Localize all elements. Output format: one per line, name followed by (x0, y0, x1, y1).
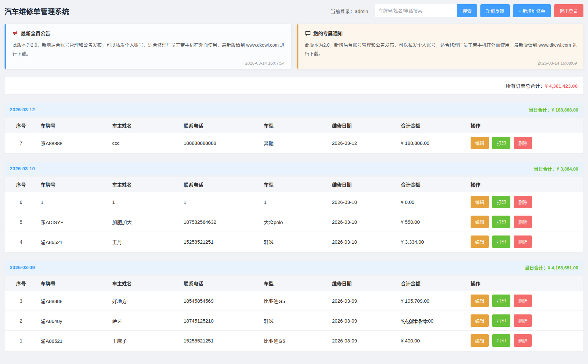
col-header-model: 车型 (261, 118, 329, 133)
cell-seq: 4 (5, 232, 38, 252)
edit-button[interactable]: 编辑 (471, 137, 489, 149)
delete-button[interactable]: 删除 (514, 137, 532, 149)
table-header-row: 序号 车牌号 车主姓名 联系电话 车型 维修日期 合计金额 操作 (5, 118, 583, 133)
cell-model: 轩逸 (261, 232, 329, 252)
print-button[interactable]: 打印 (492, 137, 510, 149)
day-date: 2026-03-12 (10, 107, 35, 112)
col-header-owner: 车主姓名 (109, 276, 180, 291)
col-header-plate: 车牌号 (38, 118, 109, 133)
day-section-2026-03-10: 2026-03-10 当日合计：¥ 3,884.00 序号 车牌号 车主姓名 联… (5, 162, 583, 252)
daily-total: 当日合计：¥ 188,888.00 (529, 106, 578, 113)
table-row: 6 1 1 1 1 2026-03-10 ¥ 0.00 编辑 打印 删除 (5, 192, 583, 212)
col-header-seq: 序号 (5, 276, 38, 291)
print-button[interactable]: 打印 (492, 314, 510, 327)
col-header-actions: 操作 (467, 276, 583, 291)
col-header-actions: 操作 (467, 177, 583, 192)
cell-owner: 加肥加大 (109, 212, 180, 232)
cell-plate: 1 (38, 192, 109, 212)
cell-date: 2026-03-09 (329, 331, 398, 351)
cell-phone: 188888888888 (180, 133, 261, 153)
logout-button[interactable]: 退出登录 (554, 4, 583, 17)
delete-button[interactable]: 删除 (514, 216, 532, 228)
day-header: 2026-03-10 当日合计：¥ 3,884.00 (5, 162, 583, 175)
grand-total-amount: ¥ 4,361,423.00 (545, 83, 578, 89)
add-repair-order-button[interactable]: + 新增维修单 (513, 4, 551, 17)
cell-plate: 东ADISYF (38, 212, 109, 232)
print-button[interactable]: 打印 (492, 216, 510, 228)
cell-model: 比亚迪G5 (261, 331, 329, 351)
search-input[interactable] (375, 4, 457, 17)
cell-date: 2026-03-10 (329, 232, 398, 252)
day-date: 2026-03-09 (10, 265, 35, 270)
delete-button[interactable]: 删除 (514, 235, 532, 248)
edit-button[interactable]: 编辑 (471, 216, 489, 228)
personal-notice-timestamp: 2026-03-14 16:08:09 (305, 61, 577, 66)
megaphone-icon (12, 30, 18, 36)
cell-actions: 编辑 打印 删除 (467, 291, 583, 311)
cell-owner: ccc (109, 133, 180, 153)
col-header-owner: 车主姓名 (109, 118, 180, 133)
delete-button[interactable]: 删除 (514, 334, 532, 347)
delete-button[interactable]: 删除 (514, 314, 532, 327)
cell-amount: ¥ 188,888.00 (398, 133, 467, 153)
amount-value: ¥ 4,062,542.00MOZ工作室 (401, 318, 433, 324)
global-announcement-body: 此版本为2.0，新增后台账号管理和公告发布，可以私发个人账号，适合修理厂员工带手… (12, 41, 285, 59)
cell-model: 大众polo (261, 212, 329, 232)
edit-button[interactable]: 编辑 (471, 314, 489, 327)
cell-model: 轩逸 (261, 311, 329, 331)
cell-date: 2026-03-10 (329, 212, 398, 232)
cell-seq: 2 (5, 311, 38, 331)
edit-button[interactable]: 编辑 (471, 235, 489, 248)
feedback-button[interactable]: 功能反馈 (480, 4, 510, 17)
speech-bubble-icon (305, 30, 311, 36)
cell-owner: 好地方 (109, 291, 180, 311)
edit-button[interactable]: 编辑 (471, 334, 489, 347)
cell-actions: 编辑 打印 删除 (467, 311, 583, 331)
cell-plate: 京A88888 (38, 133, 109, 153)
cell-model: 奔驰 (261, 133, 329, 153)
cell-phone: 18745125210 (180, 311, 261, 331)
grand-total-label: 所有订单总合计： (506, 83, 545, 89)
cell-amount: ¥ 3,334.00 (398, 232, 467, 252)
print-button[interactable]: 打印 (492, 235, 510, 248)
col-header-amount: 合计金额 (398, 276, 467, 291)
global-announcement-title-row: 最新全员公告 (12, 30, 285, 37)
cell-amount: ¥ 400.00 (398, 331, 467, 351)
delete-button[interactable]: 删除 (514, 295, 532, 307)
global-announcement-timestamp: 2026-03-14 16:07:54 (12, 61, 285, 66)
print-button[interactable]: 打印 (492, 295, 510, 307)
daily-total: 当日合计：¥ 4,168,651.00 (525, 264, 578, 271)
edit-button[interactable]: 编辑 (471, 196, 489, 208)
edit-button[interactable]: 编辑 (471, 295, 489, 307)
cell-plate: 渝A86521 (38, 232, 109, 252)
cell-amount: ¥ 4,062,542.00MOZ工作室 (398, 311, 467, 331)
orders-table-card: 序号 车牌号 车主姓名 联系电话 车型 维修日期 合计金额 操作 7 京A888… (5, 118, 583, 153)
table-header-row: 序号 车牌号 车主姓名 联系电话 车型 维修日期 合计金额 操作 (5, 276, 583, 291)
print-button[interactable]: 打印 (492, 196, 510, 208)
col-header-amount: 合计金额 (398, 177, 467, 192)
table-row: 7 京A88888 ccc 188888888888 奔驰 2026-03-12… (5, 133, 583, 153)
col-header-owner: 车主姓名 (109, 177, 180, 192)
cell-owner: 萨达 (109, 311, 180, 331)
amount-overlay-glitch: MOZ工作室 (402, 318, 428, 325)
col-header-phone: 联系电话 (180, 276, 261, 291)
global-announcement-title: 最新全员公告 (21, 30, 50, 37)
orders-table-card: 序号 车牌号 车主姓名 联系电话 车型 维修日期 合计金额 操作 6 1 1 (5, 177, 583, 252)
search-group: 搜索 (375, 4, 477, 17)
cell-date: 2026-03-09 (329, 291, 398, 311)
personal-notice-title: 您的专属通知 (313, 30, 343, 37)
table-header-row: 序号 车牌号 车主姓名 联系电话 车型 维修日期 合计金额 操作 (5, 177, 583, 192)
delete-button[interactable]: 删除 (514, 196, 532, 208)
print-button[interactable]: 打印 (492, 334, 510, 347)
search-button[interactable]: 搜索 (457, 4, 477, 17)
col-header-plate: 车牌号 (38, 177, 109, 192)
col-header-actions: 操作 (467, 118, 583, 133)
orders-table: 序号 车牌号 车主姓名 联系电话 车型 维修日期 合计金额 操作 6 1 1 (5, 177, 583, 252)
personal-notice-body: 此版本为2.0，新增后台账号管理和公告发布，可以私发个人账号，适合修理厂员工带手… (305, 41, 577, 59)
col-header-phone: 联系电话 (180, 177, 261, 192)
table-row: 3 渝A88888 好地方 18545854569 比亚迪G5 2026-03-… (5, 291, 583, 311)
personal-notice-card: 您的专属通知 此版本为2.0，新增后台账号管理和公告发布，可以私发个人账号，适合… (297, 24, 584, 69)
page-title: 汽车维修单管理系统 (5, 6, 69, 16)
col-header-date: 维修日期 (329, 177, 398, 192)
current-login-label: 当前登录：admin (330, 8, 368, 14)
